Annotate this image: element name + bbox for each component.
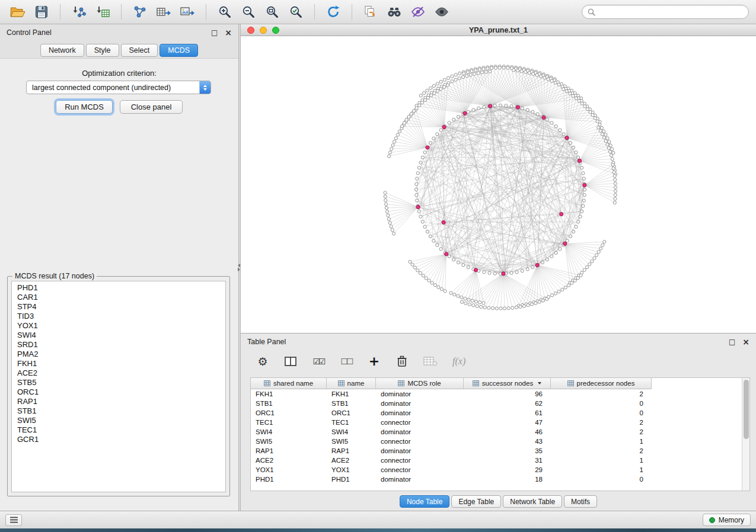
float-panel-icon[interactable]: □ [211,28,218,37]
tab-mcds[interactable]: MCDS [160,44,198,57]
tab-edge-table[interactable]: Edge Table [451,495,501,508]
tab-select[interactable]: Select [121,44,158,57]
zoom-in-button[interactable] [214,3,235,21]
result-node-item[interactable]: TID3 [12,312,225,321]
table-row[interactable]: TEC1TEC1connector472 [251,418,741,427]
criterion-select[interactable]: largest connected component (undirected) [26,81,211,94]
zoom-fit-button[interactable] [261,3,283,21]
memory-button[interactable]: Memory [703,514,751,526]
table-settings-button[interactable]: ⚙ [256,356,269,367]
network-canvas[interactable] [241,36,756,333]
column-header-predecessor_nodes[interactable]: predecessor nodes [551,378,652,389]
network-window-title: YPA_prune.txt_1 [469,26,528,34]
result-node-item[interactable]: ACE2 [12,368,225,378]
export-image-button[interactable] [177,3,198,21]
deselect-all-button[interactable]: ☐☐ [340,357,353,366]
column-header-shared_name[interactable]: shared name [251,378,327,389]
zoom-out-button[interactable] [238,3,259,21]
result-node-item[interactable]: SRD1 [12,340,225,350]
search-icon [588,8,595,16]
result-node-item[interactable]: SWI5 [12,416,225,425]
table-row[interactable]: STB1STB1dominator620 [251,399,741,408]
table-row[interactable]: YOX1YOX1connector291 [251,465,741,475]
show-eye-button[interactable] [431,3,452,21]
result-node-item[interactable]: TEC1 [12,425,225,435]
sort-descending-icon[interactable] [538,382,541,384]
table-columns-button[interactable] [284,357,297,366]
share-document-button[interactable] [360,3,381,21]
mcds-result-list[interactable]: PHD1CAR1STP4TID3YOX1SWI4SRD1PMA2FKH1ACE2… [11,281,226,492]
table-row[interactable]: FKH1FKH1dominator962 [251,389,741,399]
result-node-item[interactable]: FKH1 [12,359,225,368]
result-node-item[interactable]: YOX1 [12,321,225,331]
table-row[interactable]: SWI4SWI4dominator462 [251,427,741,437]
hide-eye-button[interactable] [407,3,429,21]
tab-motifs[interactable]: Motifs [564,495,597,508]
table-scrollbar[interactable] [742,378,749,491]
mcds-tab-content: Optimization criterion: largest connecte… [0,58,238,511]
table-row[interactable]: PHD1PHD1dominator180 [251,475,741,484]
criterion-selected-value: largest connected component (undirected) [27,84,199,92]
run-mcds-button[interactable]: Run MCDS [56,100,113,114]
result-node-item[interactable]: STB1 [12,406,225,416]
tab-network-table[interactable]: Network Table [503,495,562,508]
new-network-button[interactable] [129,3,151,21]
table-row[interactable]: SWI5SWI5connector431 [251,437,741,446]
zoom-selected-icon [289,5,303,19]
zoom-selected-button[interactable] [285,3,307,21]
delete-entry-button[interactable] [395,355,409,368]
select-all-button[interactable]: ☑☑ [312,357,325,366]
cell-mcds_role: connector [376,465,464,475]
network-graph[interactable] [241,36,756,333]
search-input[interactable] [599,8,743,16]
result-node-item[interactable]: ORC1 [12,387,225,397]
result-node-item[interactable]: PMA2 [12,350,225,359]
tab-network[interactable]: Network [40,44,84,57]
table-toolbar: ⚙☑☑☐☐+f(x) [241,349,756,374]
tab-style[interactable]: Style [86,44,119,57]
table-row[interactable]: RAP1RAP1dominator352 [251,446,741,456]
toolbar-separator [121,4,122,20]
import-table-button[interactable] [92,3,113,21]
search-binoculars-button[interactable] [384,3,405,21]
close-panel-button[interactable]: Close panel [120,100,183,114]
result-node-item[interactable]: PHD1 [12,283,225,293]
application-window: Control Panel □ × NetworkStyleSelectMCDS… [0,0,756,532]
cell-name: FKH1 [327,389,376,399]
open-file-button[interactable] [7,3,28,21]
float-table-panel-icon[interactable]: □ [729,338,735,346]
scrollbar-thumb[interactable] [744,380,749,439]
column-header-successor_nodes[interactable]: successor nodes [464,378,551,389]
result-node-item[interactable]: CAR1 [12,293,225,302]
table-row[interactable]: ACE2ACE2connector311 [251,456,741,465]
task-history-button[interactable] [5,514,22,526]
minimize-window-icon[interactable] [260,27,267,34]
maximize-window-icon[interactable] [272,27,279,34]
cell-name: SWI5 [327,437,376,446]
save-session-button[interactable] [31,3,52,21]
refresh-layout-button[interactable] [323,3,344,21]
close-table-panel-icon[interactable]: × [742,337,749,347]
column-header-name[interactable]: name [327,378,376,389]
close-window-icon[interactable] [247,27,254,34]
result-node-item[interactable]: STB5 [12,378,225,387]
table-row[interactable]: ORC1ORC1dominator610 [251,408,741,418]
cell-predecessor_nodes: 2 [551,446,652,456]
import-network-button[interactable] [68,3,90,21]
splitter-handle-icon[interactable] [238,264,240,271]
tab-node-table[interactable]: Node Table [400,495,450,508]
cell-predecessor_nodes: 1 [551,437,652,446]
table-header-row: shared namenameMCDS rolesuccessor nodesp… [251,378,749,389]
export-table-button[interactable] [153,3,174,21]
hamburger-icon [10,517,18,523]
column-header-mcds_role[interactable]: MCDS role [376,378,464,389]
result-node-item[interactable]: RAP1 [12,397,225,406]
memory-label: Memory [719,516,744,524]
add-entry-button[interactable]: + [368,355,381,368]
network-title-bar[interactable]: YPA_prune.txt_1 [241,24,756,36]
search-box[interactable] [582,5,749,19]
result-node-item[interactable]: STP4 [12,302,225,312]
result-node-item[interactable]: SWI4 [12,331,225,340]
result-node-item[interactable]: GCR1 [12,435,225,444]
close-panel-icon[interactable]: × [225,28,232,37]
